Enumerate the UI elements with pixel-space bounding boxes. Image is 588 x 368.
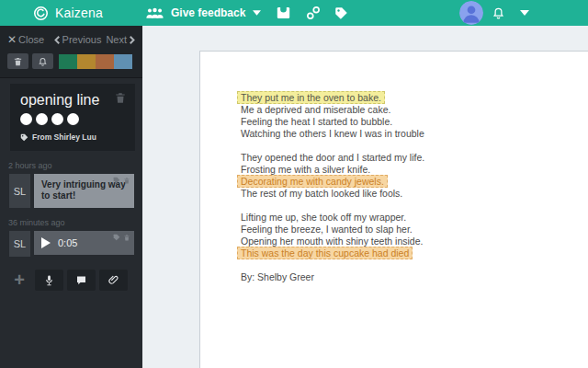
card-trash-icon[interactable] xyxy=(114,91,127,105)
skill-title: opening line xyxy=(20,92,126,109)
sidebar-nav: ✕ Close Previous Next xyxy=(0,26,142,78)
notify-button[interactable] xyxy=(32,53,53,69)
audio-comment: SL 0:05 xyxy=(9,231,134,257)
kaizena-logo-icon xyxy=(33,6,49,21)
color-swatch-blue[interactable] xyxy=(114,54,132,69)
group-icon xyxy=(146,7,164,19)
give-feedback-menu[interactable]: Give feedback xyxy=(146,0,261,26)
highlighted-line[interactable]: This was the day this cupcake had died xyxy=(237,247,413,259)
poem-line: Me a deprived and miserable cake. xyxy=(241,104,588,116)
add-text-comment-button[interactable] xyxy=(67,270,96,291)
chevron-left-icon xyxy=(54,36,60,44)
color-swatch-gold[interactable] xyxy=(77,54,96,69)
stanza: They opened the door and I started my li… xyxy=(241,152,588,200)
previous-button[interactable]: Previous xyxy=(54,34,102,45)
notifications-bell-icon[interactable] xyxy=(492,0,505,26)
text-comment: SL Very intriguing way to start! xyxy=(9,174,134,208)
attach-link-button[interactable] xyxy=(99,270,128,291)
chevron-right-icon xyxy=(130,36,135,44)
feedback-sidebar: ✕ Close Previous Next xyxy=(0,26,142,368)
account-caret-down-icon[interactable] xyxy=(520,0,529,26)
next-button[interactable]: Next xyxy=(106,34,135,45)
small-tag-icon xyxy=(20,133,28,142)
document-page[interactable]: They put me in the oven to bake. Me a de… xyxy=(199,51,588,368)
add-plus-icon[interactable]: + xyxy=(9,270,29,291)
commenter-initials[interactable]: SL xyxy=(9,174,30,208)
stanza: They put me in the oven to bake. Me a de… xyxy=(241,92,588,140)
audio-bubble[interactable]: 0:05 xyxy=(34,231,134,255)
inbox-icon[interactable] xyxy=(276,0,291,26)
paperclip-icon xyxy=(107,274,119,286)
byline: By: Shelby Greer xyxy=(241,271,588,283)
mini-trash-icon[interactable] xyxy=(123,234,130,242)
bell-icon xyxy=(38,56,48,67)
highlighted-line[interactable]: They put me in the oven to bake. xyxy=(237,91,385,104)
user-avatar[interactable] xyxy=(459,1,483,25)
mini-tag-icon[interactable] xyxy=(113,234,120,242)
comment-timestamp: 36 minutes ago xyxy=(8,218,142,227)
commenter-initials[interactable]: SL xyxy=(9,231,30,257)
poem-line: Watching the others I knew I was in trou… xyxy=(241,128,588,140)
rating-dot[interactable] xyxy=(51,113,63,125)
give-feedback-label: Give feedback xyxy=(171,6,245,19)
poem-line: Feeling the heat I started to bubble. xyxy=(241,116,588,128)
poem-line: Lifting me up, she took off my wrapper. xyxy=(241,212,588,224)
comment-timestamp: 2 hours ago xyxy=(8,161,142,170)
skill-card[interactable]: opening line From Shirley Luu xyxy=(10,84,135,151)
highlight-color-picker xyxy=(59,54,132,69)
poem-line: They opened the door and I started my li… xyxy=(241,152,588,164)
microphone-icon xyxy=(44,274,54,287)
record-voice-button[interactable] xyxy=(35,270,63,291)
poem-line: Feeling the breeze, I wanted to slap her… xyxy=(241,224,588,236)
rating-dots[interactable] xyxy=(20,113,126,125)
rating-dot[interactable] xyxy=(67,113,79,125)
brand[interactable]: Kaizena xyxy=(33,0,103,26)
trash-icon xyxy=(13,56,23,67)
mini-tag-icon[interactable] xyxy=(113,177,120,185)
skill-source: From Shirley Luu xyxy=(20,132,126,142)
audio-duration: 0:05 xyxy=(58,237,77,248)
add-comment-toolbar: + xyxy=(9,270,142,291)
close-button[interactable]: ✕ Close xyxy=(7,33,44,46)
poem-line: The rest of my batch looked like fools. xyxy=(241,188,588,200)
rating-dot[interactable] xyxy=(36,113,48,125)
speech-bubble-icon xyxy=(75,275,87,286)
brand-name: Kaizena xyxy=(55,6,103,20)
stanza: Lifting me up, she took off my wrapper. … xyxy=(241,212,588,259)
tag-icon[interactable] xyxy=(334,0,348,26)
highlighted-line[interactable]: Decorating me with candy jewels. xyxy=(237,175,388,188)
color-swatch-green[interactable] xyxy=(59,54,77,69)
rating-dot[interactable] xyxy=(20,113,32,125)
top-bar: Kaizena Give feedback xyxy=(0,0,588,26)
document-area: They put me in the oven to bake. Me a de… xyxy=(142,26,588,368)
mini-trash-icon[interactable] xyxy=(123,177,130,185)
caret-down-icon xyxy=(253,10,261,16)
delete-button[interactable] xyxy=(7,53,28,69)
color-swatch-rust[interactable] xyxy=(96,54,114,69)
play-icon[interactable] xyxy=(41,237,51,248)
poem-text: They put me in the oven to bake. Me a de… xyxy=(241,92,588,283)
comment-bubble[interactable]: Very intriguing way to start! xyxy=(34,174,134,208)
link-icon[interactable] xyxy=(306,0,321,26)
close-x-icon: ✕ xyxy=(7,33,17,46)
